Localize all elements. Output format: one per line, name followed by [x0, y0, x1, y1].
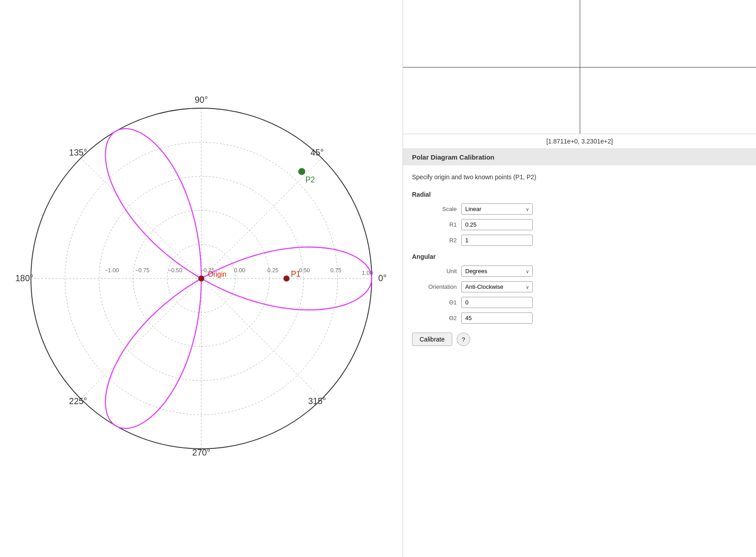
orientation-select-wrapper: Anti-Clockwise Clockwise: [461, 281, 533, 292]
calibration-panel: Polar Diagram Calibration Specify origin…: [403, 149, 756, 557]
calibrate-button[interactable]: Calibrate: [412, 333, 452, 346]
unit-select-wrapper: Degrees Radians: [461, 266, 533, 277]
calibration-title: Polar Diagram Calibration: [403, 149, 756, 165]
label-315: 315°: [308, 396, 326, 406]
polar-container[interactable]: 90° 270° 180° 0° 45° 135° 225° 315° 1.00…: [13, 91, 389, 466]
origin-label: Origin: [208, 270, 227, 278]
bottom-buttons: Calibrate ?: [412, 333, 747, 346]
right-panel: [1.8711e+0, 3.2301e+2] Polar Diagram Cal…: [403, 0, 756, 557]
polar-diagram-panel: 90° 270° 180° 0° 45° 135° 225° 315° 1.00…: [0, 0, 403, 557]
svg-text:0.50: 0.50: [299, 267, 310, 274]
coordinates-text: [1.8711e+0, 3.2301e+2]: [546, 138, 613, 145]
unit-group: Unit Degrees Radians: [412, 266, 747, 277]
coordinates-bar: [1.8711e+0, 3.2301e+2]: [403, 134, 756, 149]
r2-input[interactable]: [461, 235, 533, 246]
label-225: 225°: [69, 396, 87, 406]
svg-text:0.25: 0.25: [268, 267, 279, 274]
label-45: 45°: [310, 148, 324, 157]
r2-group: R2: [412, 235, 747, 246]
svg-text:−0.50: −0.50: [168, 267, 182, 274]
calibration-description: Specify origin and two known points (P1,…: [412, 173, 747, 182]
theta1-label: Θ1: [412, 299, 457, 306]
svg-point-18: [198, 275, 204, 282]
svg-text:0.75: 0.75: [330, 267, 341, 274]
angular-section-title: Angular: [412, 253, 747, 260]
orientation-label: Orientation: [412, 283, 457, 290]
scale-select[interactable]: Linear Logarithmic: [461, 203, 533, 215]
r2-label: R2: [412, 237, 457, 244]
scale-select-wrapper: Linear Logarithmic: [461, 203, 533, 215]
p1-label: P1: [291, 270, 301, 278]
svg-point-20: [298, 168, 306, 175]
svg-point-19: [284, 275, 290, 282]
svg-text:−1.00: −1.00: [105, 267, 119, 274]
r1-label: R1: [412, 221, 457, 228]
label-180: 180°: [15, 273, 33, 283]
theta2-input[interactable]: [461, 312, 533, 324]
theta2-group: Θ2: [412, 312, 747, 324]
r1-input[interactable]: [461, 219, 533, 230]
theta2-label: Θ2: [412, 315, 457, 321]
preview-area: [403, 0, 756, 134]
label-0: 0°: [378, 273, 387, 283]
help-button[interactable]: ?: [457, 333, 470, 346]
polar-svg: 90° 270° 180° 0° 45° 135° 225° 315° 1.00…: [13, 91, 389, 466]
label-270: 270°: [192, 447, 210, 457]
scale-group: Scale Linear Logarithmic: [412, 203, 747, 215]
svg-text:0.00: 0.00: [234, 267, 246, 274]
orientation-select[interactable]: Anti-Clockwise Clockwise: [461, 281, 533, 292]
r1-group: R1: [412, 219, 747, 230]
p2-label: P2: [305, 175, 315, 184]
unit-select[interactable]: Degrees Radians: [461, 266, 533, 277]
theta1-group: Θ1: [412, 297, 747, 308]
orientation-group: Orientation Anti-Clockwise Clockwise: [412, 281, 747, 292]
label-135: 135°: [69, 148, 87, 157]
radial-section-title: Radial: [412, 191, 747, 198]
theta1-input[interactable]: [461, 297, 533, 308]
crosshair-vertical: [580, 0, 580, 134]
svg-text:−0.75: −0.75: [135, 267, 149, 274]
unit-label: Unit: [412, 268, 457, 274]
label-90: 90°: [195, 95, 208, 105]
scale-label: Scale: [412, 206, 457, 212]
